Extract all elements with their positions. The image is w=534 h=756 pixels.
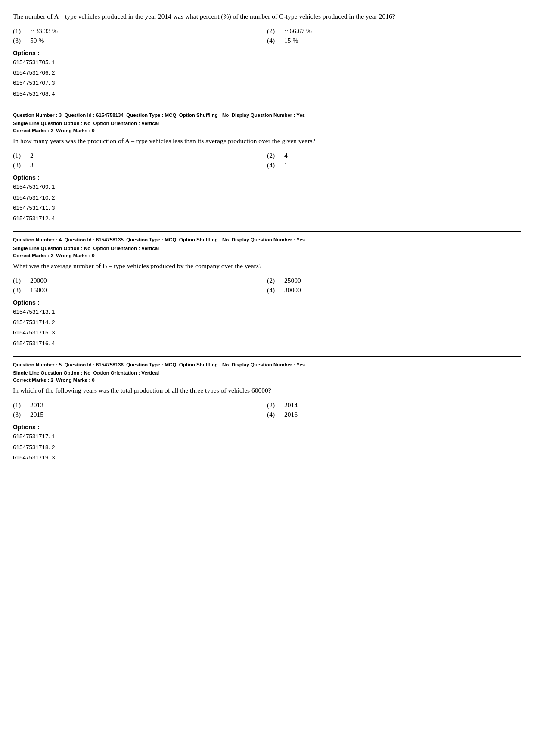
question-4-meta-2: Single Line Question Option : No Option … xyxy=(13,245,521,252)
option-3-4: (4) 1 xyxy=(267,160,521,170)
option-ids-4: 61547531713. 1 61547531714. 2 6154753171… xyxy=(13,307,521,349)
question-5-marks: Correct Marks : 2 Wrong Marks : 0 xyxy=(13,378,521,383)
question-4-options: (1) 20000 (2) 25000 (3) 15000 (4) 30000 xyxy=(13,276,521,295)
option-4-4: (4) 30000 xyxy=(267,285,521,295)
option-4-3: (3) 15000 xyxy=(13,285,267,295)
question-4-text: What was the average number of B – type … xyxy=(13,261,521,272)
question-5-meta-1: Question Number : 5 Question Id : 615475… xyxy=(13,361,521,369)
question-2-block: The number of A – type vehicles produced… xyxy=(13,11,521,99)
option-4-1: (1) 20000 xyxy=(13,276,267,285)
divider-4 xyxy=(13,231,521,232)
option-3-3: (3) 3 xyxy=(13,160,267,170)
question-5-text: In which of the following years was the … xyxy=(13,385,521,396)
question-2-text: The number of A – type vehicles produced… xyxy=(13,11,521,22)
option-2-3: (3) 50 % xyxy=(13,36,267,45)
divider-3 xyxy=(13,107,521,107)
option-3-2: (2) 4 xyxy=(267,151,521,160)
option-ids-3: 61547531709. 1 61547531710. 2 6154753171… xyxy=(13,182,521,224)
options-label-3: Options : xyxy=(13,174,521,181)
options-label-5: Options : xyxy=(13,424,521,431)
options-label-4: Options : xyxy=(13,299,521,306)
question-3-options: (1) 2 (2) 4 (3) 3 (4) 1 xyxy=(13,151,521,170)
question-3-meta-1: Question Number : 3 Question Id : 615475… xyxy=(13,112,521,119)
question-5-block: Question Number : 5 Question Id : 615475… xyxy=(13,356,521,463)
question-4-block: Question Number : 4 Question Id : 615475… xyxy=(13,231,521,348)
question-3-block: Question Number : 3 Question Id : 615475… xyxy=(13,107,521,224)
question-4-marks: Correct Marks : 2 Wrong Marks : 0 xyxy=(13,253,521,258)
question-3-meta-2: Single Line Question Option : No Option … xyxy=(13,120,521,127)
option-ids-5: 61547531717. 1 61547531718. 2 6154753171… xyxy=(13,431,521,463)
option-4-2: (2) 25000 xyxy=(267,276,521,285)
option-5-1: (1) 2013 xyxy=(13,400,267,410)
question-4-meta-1: Question Number : 4 Question Id : 615475… xyxy=(13,236,521,244)
question-2-options: (1) ~ 33.33 % (2) ~ 66.67 % (3) 50 % (4)… xyxy=(13,26,521,45)
option-2-2: (2) ~ 66.67 % xyxy=(267,26,521,36)
option-5-2: (2) 2014 xyxy=(267,400,521,410)
divider-5 xyxy=(13,356,521,357)
question-3-marks: Correct Marks : 2 Wrong Marks : 0 xyxy=(13,128,521,133)
option-5-3: (3) 2015 xyxy=(13,410,267,419)
option-5-4: (4) 2016 xyxy=(267,410,521,419)
question-5-meta-2: Single Line Question Option : No Option … xyxy=(13,369,521,377)
question-5-options: (1) 2013 (2) 2014 (3) 2015 (4) 2016 xyxy=(13,400,521,419)
option-2-1: (1) ~ 33.33 % xyxy=(13,26,267,36)
options-label-2: Options : xyxy=(13,50,521,56)
option-ids-2: 61547531705. 1 61547531706. 2 6154753170… xyxy=(13,57,521,99)
question-3-text: In how many years was the production of … xyxy=(13,136,521,147)
option-2-4: (4) 15 % xyxy=(267,36,521,45)
option-3-1: (1) 2 xyxy=(13,151,267,160)
